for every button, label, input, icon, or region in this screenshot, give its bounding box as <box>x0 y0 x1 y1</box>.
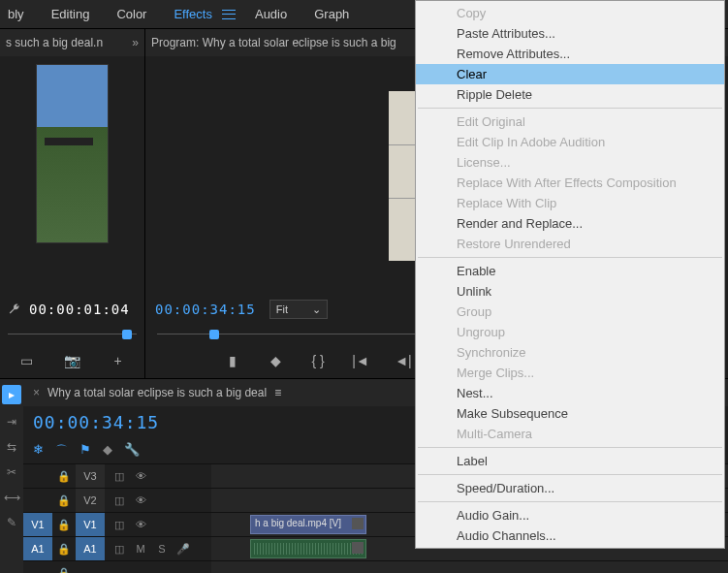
eye-icon[interactable]: 👁 <box>132 470 149 483</box>
tab-graphics[interactable]: Graph <box>314 7 349 21</box>
ctx-speed-duration[interactable]: Speed/Duration... <box>416 478 724 498</box>
sequence-timecode: 00:00:34:15 <box>33 412 159 432</box>
lock-icon[interactable]: 🔒 <box>52 567 76 574</box>
track-select-icon[interactable]: ⇥ <box>4 414 19 430</box>
ctx-make-subsequence[interactable]: Make Subsequence <box>416 403 724 424</box>
mark-out-icon[interactable]: ◆ <box>266 351 285 370</box>
razor-tool-icon[interactable]: ✂ <box>4 464 19 480</box>
toggle-output-icon[interactable]: ◫ <box>111 519 128 531</box>
separator <box>418 447 722 448</box>
source-tab[interactable]: s such a big deal.n » <box>0 29 144 56</box>
wrench2-icon[interactable]: 🔧 <box>124 442 140 460</box>
program-tab-title: Program: Why a total solar eclipse is su… <box>151 36 396 49</box>
track-v3-label[interactable]: V3 <box>76 464 105 488</box>
source-tab-title: s such a big deal.n <box>6 36 103 49</box>
lock-icon[interactable]: 🔒 <box>52 543 76 556</box>
source-toolbar: ▭ 📷 + <box>0 343 144 378</box>
track-v2-label[interactable]: V2 <box>76 489 105 512</box>
ctx-paste-attributes[interactable]: Paste Attributes... <box>416 23 724 44</box>
ctx-license: License... <box>416 152 724 173</box>
zoom-select[interactable]: Fit⌄ <box>269 300 328 319</box>
program-timecode: 00:00:34:15 <box>155 302 256 317</box>
chevron-right-icon[interactable]: » <box>132 36 139 49</box>
step-fwd-icon[interactable]: ◄| <box>394 351 413 370</box>
toggle-output-icon[interactable]: ◫ <box>111 470 128 483</box>
source-panel: s such a big deal.n » 00:00:01:04 ▭ 📷 + <box>0 29 145 378</box>
fx-badge <box>352 518 364 529</box>
link-icon[interactable]: ⌒ <box>55 442 68 460</box>
lift-icon[interactable]: { } <box>308 351 328 370</box>
tab-assembly[interactable]: bly <box>8 7 24 21</box>
ctx-merge-clips: Merge Clips... <box>416 363 724 383</box>
tab-effects[interactable]: Effects <box>174 7 212 21</box>
voice-icon[interactable]: 🎤 <box>174 543 192 556</box>
eye-icon[interactable]: 👁 <box>132 494 149 507</box>
separator <box>418 108 722 109</box>
add-icon[interactable]: + <box>109 351 128 370</box>
ctx-clear[interactable]: Clear <box>416 64 724 84</box>
separator <box>418 501 722 502</box>
track-v1-label[interactable]: V1 <box>76 513 105 536</box>
ctx-label[interactable]: Label <box>416 451 724 471</box>
eye-icon[interactable]: 👁 <box>132 519 149 531</box>
separator <box>418 257 722 258</box>
source-preview[interactable] <box>0 56 144 295</box>
ctx-unlink[interactable]: Unlink <box>416 281 724 302</box>
snap-icon[interactable]: ❄ <box>33 442 44 460</box>
ctx-copy: Copy <box>416 3 724 23</box>
track-a1-label[interactable]: A1 <box>76 537 105 560</box>
ctx-render-replace[interactable]: Render and Replace... <box>416 213 724 234</box>
source-timecode: 00:00:01:04 <box>29 302 130 317</box>
ripple-tool-icon[interactable]: ⇆ <box>4 439 19 455</box>
ctx-group: Group <box>416 302 724 322</box>
ctx-edit-audition: Edit Clip In Adobe Audition <box>416 132 724 152</box>
lock-icon[interactable]: 🔒 <box>52 494 76 507</box>
video-clip[interactable]: h a big deal.mp4 [V] <box>250 515 366 534</box>
pen-tool-icon[interactable]: ✎ <box>4 515 19 530</box>
ctx-synchronize: Synchronize <box>416 342 724 363</box>
toggle-output-icon[interactable]: ◫ <box>111 494 128 507</box>
selection-tool-icon[interactable]: ▸ <box>2 385 21 404</box>
chevron-down-icon: ⌄ <box>312 303 321 316</box>
step-back-icon[interactable]: |◄ <box>351 351 370 370</box>
track-a1-src[interactable]: A1 <box>23 537 52 560</box>
track-v1-src[interactable]: V1 <box>23 513 52 536</box>
marker-add-icon[interactable]: ⚑ <box>79 442 91 460</box>
ctx-nest[interactable]: Nest... <box>416 383 724 403</box>
source-scrubber[interactable] <box>8 324 137 343</box>
mute-button[interactable]: M <box>132 543 149 556</box>
ctx-remove-attributes[interactable]: Remove Attributes... <box>416 44 724 64</box>
tab-editing[interactable]: Editing <box>51 7 90 21</box>
ctx-replace-ae: Replace With After Effects Composition <box>416 173 724 193</box>
separator <box>418 474 722 475</box>
mark-in-icon[interactable]: ▮ <box>223 351 242 370</box>
ctx-audio-channels[interactable]: Audio Channels... <box>416 525 724 546</box>
ctx-enable[interactable]: Enable <box>416 261 724 281</box>
menu-icon[interactable]: ≡ <box>274 386 281 399</box>
lock-icon[interactable]: 🔒 <box>52 519 76 531</box>
ctx-audio-gain[interactable]: Audio Gain... <box>416 505 724 525</box>
sequence-title: Why a total solar eclipse is such a big … <box>47 386 267 399</box>
ctx-edit-original: Edit Original <box>416 111 724 132</box>
tab-menu-icon[interactable] <box>222 10 236 19</box>
ctx-replace-clip: Replace With Clip <box>416 193 724 213</box>
slip-tool-icon[interactable]: ⟷ <box>4 490 19 505</box>
ctx-ungroup: Ungroup <box>416 322 724 342</box>
ctx-ripple-delete[interactable]: Ripple Delete <box>416 84 724 105</box>
timeline-options: ❄ ⌒ ⚑ ◆ 🔧 <box>23 438 256 463</box>
tab-color[interactable]: Color <box>116 7 146 21</box>
lock-icon[interactable]: 🔒 <box>52 470 76 483</box>
ctx-restore-unrendered: Restore Unrendered <box>416 234 724 254</box>
fx-badge <box>352 542 364 554</box>
wrench-icon[interactable] <box>8 302 21 316</box>
tab-audio[interactable]: Audio <box>255 7 287 21</box>
snapshot-icon[interactable]: 📷 <box>63 351 82 370</box>
ctx-multi-camera: Multi-Camera <box>416 424 724 444</box>
close-icon[interactable]: × <box>33 386 40 399</box>
marker-icon[interactable]: ▭ <box>17 351 37 370</box>
audio-clip[interactable] <box>250 539 366 558</box>
solo-button[interactable]: S <box>153 543 171 556</box>
track-a2: 🔒 <box>23 560 728 573</box>
toggle-output-icon[interactable]: ◫ <box>111 543 128 556</box>
tag-icon[interactable]: ◆ <box>103 442 112 460</box>
